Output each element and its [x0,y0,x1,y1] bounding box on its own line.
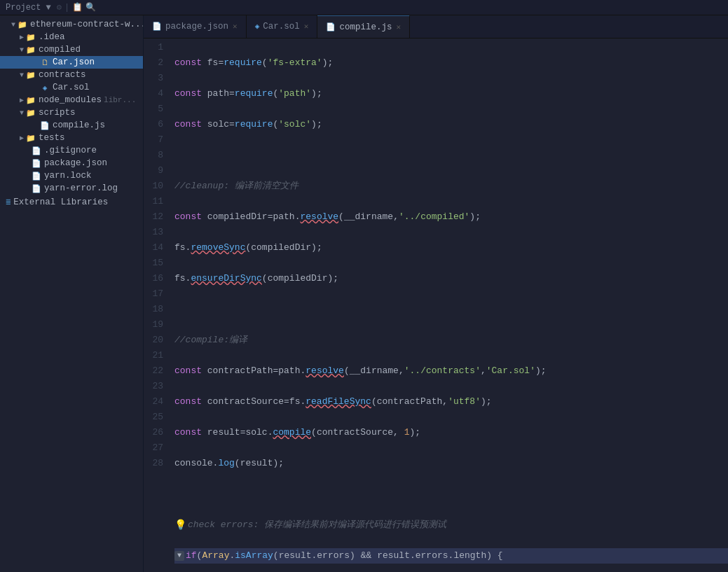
code-line-1: const fs=require('fs-extra'); [174,55,728,71]
sidebar-item-gitignore[interactable]: 📄 .gitignore [0,144,143,157]
contracts-arrow: ▼ [20,71,24,79]
fold-icon-17[interactable]: ▼ [174,551,184,561]
sidebar: ▼ 📁 ethereum-contract-w... ▶ 📁 .idea ▼ 📁… [0,15,144,572]
node-modules-arrow: ▶ [20,96,24,104]
sidebar-external-libraries[interactable]: ≣ External Libraries [0,195,143,209]
code-line-6: const compiledDir=path.resolve(__dirname… [174,209,728,225]
gitignore-label: .gitignore [44,146,97,155]
sidebar-item-yarn-error[interactable]: 📄 yarn-error.log [0,182,143,195]
tab-car-sol-icon: ◈ [255,22,260,31]
scripts-arrow: ▼ [20,109,24,117]
code-line-16: 💡check errors: 保存编译结果前对编译源代码进行错误预测试 [174,517,728,533]
root-folder-icon: 📁 [18,20,27,29]
compiled-arrow: ▼ [20,46,24,54]
compiled-folder-icon: 📁 [26,45,36,55]
ext-lib-label: External Libraries [13,197,108,207]
code-line-4 [174,148,728,163]
code-line-3: const solc=require('solc'); [174,117,728,132]
sidebar-item-tests[interactable]: ▶ 📁 tests [0,132,143,144]
tab-compile-js-close[interactable]: ✕ [396,22,401,32]
code-line-12: const contractSource=fs.readFileSync(con… [174,394,728,410]
tests-label: tests [39,133,65,143]
code-line-15 [174,487,728,502]
tests-folder-icon: 📁 [26,133,36,143]
line-numbers: 12345 678910 1112131415 1617181920 21222… [144,39,169,572]
contracts-folder-icon: 📁 [26,70,36,80]
idea-folder-icon: 📁 [26,32,36,42]
code-line-13: const result=solc.compile(contractSource… [174,425,728,440]
car-sol-label: Car.sol [53,83,90,92]
sidebar-item-car-json[interactable]: 🗋 Car.json [0,56,143,69]
code-line-2: const path=require('path'); [174,86,728,102]
code-line-5: //cleanup: 编译前清空文件 [174,179,728,194]
editor-area: 📄 package.json ✕ ◈ Car.sol ✕ 📄 compile.j… [144,15,728,572]
sidebar-item-contracts[interactable]: ▼ 📁 contracts [0,69,143,81]
tab-compile-js-icon: 📄 [326,22,336,32]
scripts-folder-icon: 📁 [26,108,36,118]
tabs-bar: 📄 package.json ✕ ◈ Car.sol ✕ 📄 compile.j… [144,15,728,39]
code-line-10: //compile:编译 [174,333,728,348]
package-json-icon: 📄 [32,158,41,168]
compiled-label: compiled [39,45,81,55]
code-line-8: fs.ensureDirSync(compiledDir); [174,271,728,286]
car-sol-icon: ◈ [40,83,50,92]
sidebar-item-package-json[interactable]: 📄 package.json [0,157,143,169]
idea-arrow: ▶ [20,33,24,41]
sidebar-project-name: ethereum-contract-w... [30,20,143,29]
compile-js-label: compile.js [53,120,105,130]
sidebar-item-yarn-lock[interactable]: 📄 yarn.lock [0,169,143,182]
main-layout: ▼ 📁 ethereum-contract-w... ▶ 📁 .idea ▼ 📁… [0,15,728,572]
tab-compile-js-label: compile.js [339,22,392,32]
gitignore-icon: 📄 [32,146,41,155]
car-json-label: Car.json [53,57,95,67]
code-editor[interactable]: 12345 678910 1112131415 1617181920 21222… [144,39,728,572]
package-json-label: package.json [44,158,107,168]
sidebar-item-compile-js[interactable]: 📄 compile.js [0,119,143,132]
root-arrow: ▼ [11,21,15,29]
tab-package-json-icon: 📄 [152,22,162,31]
node-modules-folder-icon: 📁 [26,95,36,105]
tab-car-sol-close[interactable]: ✕ [304,22,309,31]
tab-car-sol-label: Car.sol [263,22,300,32]
tab-package-json-close[interactable]: ✕ [233,22,238,31]
ext-lib-icon: ≣ [6,197,11,207]
yarn-lock-label: yarn.lock [44,171,92,181]
tab-package-json[interactable]: 📄 package.json ✕ [144,15,247,38]
code-line-7: fs.removeSync(compiledDir); [174,240,728,256]
tab-package-json-label: package.json [165,22,228,32]
code-line-11: const contractPath=path.resolve(__dirnam… [174,363,728,379]
node-modules-label: node_modules [39,95,102,105]
contracts-label: contracts [39,70,86,80]
top-bar: Project ▼ ⚙ | 📋 🔍 [0,0,728,15]
sidebar-item-idea[interactable]: ▶ 📁 .idea [0,31,143,43]
code-line-9 [174,302,728,317]
yarn-lock-icon: 📄 [32,171,41,181]
sidebar-item-node-modules[interactable]: ▶ 📁 node_modules libr... [0,94,143,106]
code-line-17: ▼if(Array.isArray(result.errors) && resu… [174,548,728,564]
yarn-error-icon: 📄 [32,183,41,193]
code-line-14: console.log(result); [174,456,728,471]
node-modules-extra: libr... [104,96,136,104]
sidebar-item-scripts[interactable]: ▼ 📁 scripts [0,106,143,119]
car-json-icon: 🗋 [40,57,50,67]
sidebar-project-root[interactable]: ▼ 📁 ethereum-contract-w... [0,18,143,31]
yarn-error-label: yarn-error.log [44,183,118,193]
sidebar-item-compiled[interactable]: ▼ 📁 compiled [0,43,143,56]
compile-js-icon: 📄 [40,120,50,130]
sidebar-item-car-sol[interactable]: ◈ Car.sol [0,81,143,94]
tab-car-sol[interactable]: ◈ Car.sol ✕ [247,15,318,38]
code-content: const fs=require('fs-extra'); const path… [169,39,728,572]
tab-compile-js[interactable]: 📄 compile.js ✕ [317,15,410,38]
idea-label: .idea [39,32,65,42]
project-label[interactable]: Project ▼ [6,3,51,13]
bulb-icon: 💡 [174,517,186,533]
tests-arrow: ▶ [20,134,24,142]
scripts-label: scripts [39,108,76,118]
